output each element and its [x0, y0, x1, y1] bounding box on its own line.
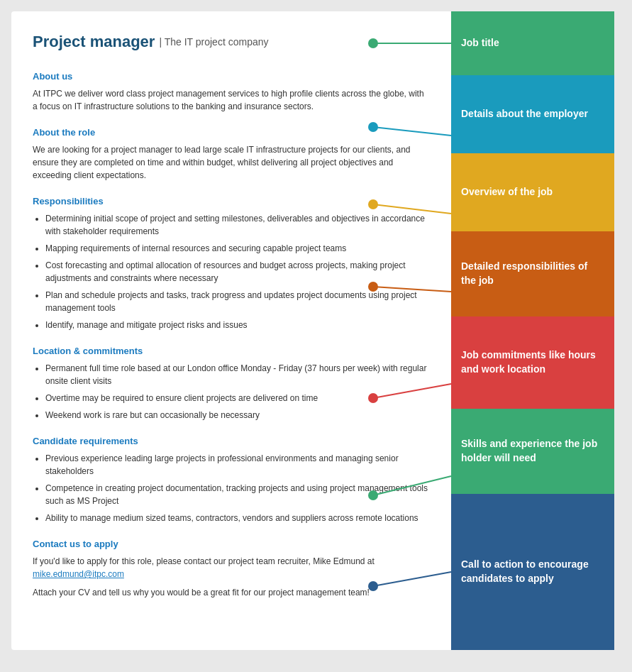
about-role-section: About the role We are looking for a proj… [33, 127, 430, 182]
commitments-annotation-label: Job commitments like hours and work loca… [461, 348, 604, 376]
email-link[interactable]: mike.edmund@itpc.com [33, 569, 124, 579]
candidate-heading: Candidate requirements [33, 436, 430, 446]
list-item: Ability to manage medium sized teams, co… [45, 512, 430, 524]
employer-annotation-label: Details about the employer [461, 107, 588, 121]
list-item: Overtime may be required to ensure clien… [45, 392, 430, 404]
location-section: Location & commitments Permanent full ti… [33, 346, 430, 422]
responsibilities-annotation: Detailed responsibilities of the job [451, 231, 614, 316]
list-item: Previous experience leading large projec… [45, 452, 430, 478]
list-item: Weekend work is rare but can occasionall… [45, 409, 430, 422]
commitments-annotation: Job commitments like hours and work loca… [451, 316, 614, 409]
location-heading: Location & commitments [33, 346, 430, 356]
responsibilities-list: Determining initial scope of project and… [33, 212, 430, 331]
contact-text-after: Attach your CV and tell us why you would… [33, 586, 430, 599]
page-container: Project manager | The IT project company… [11, 11, 621, 650]
skills-annotation-label: Skills and experience the job holder wil… [461, 437, 604, 465]
about-us-section: About us At ITPC we deliver word class p… [33, 71, 430, 113]
about-role-text: We are looking for a project manager to … [33, 143, 430, 182]
annotation-panel: Job title Details about the employer Ove… [451, 11, 614, 650]
job-company: | The IT project company [159, 36, 268, 48]
location-list: Permanent full time role based at our Lo… [33, 362, 430, 422]
job-title-row: Project manager | The IT project company [33, 33, 430, 51]
overview-annotation: Overview of the job [451, 153, 614, 231]
contact-heading: Contact us to apply [33, 539, 430, 549]
job-title-annotation-label: Job title [461, 36, 499, 50]
about-us-heading: About us [33, 71, 430, 82]
job-title-annotation: Job title [451, 11, 614, 75]
list-item: Determining initial scope of project and… [45, 212, 430, 238]
candidate-list: Previous experience leading large projec… [33, 452, 430, 524]
list-item: Cost forecasting and optimal allocation … [45, 259, 430, 285]
cta-annotation-label: Call to action to encourage candidates t… [461, 558, 604, 585]
job-title: Project manager [33, 33, 155, 51]
list-item: Mapping requirements of internal resourc… [45, 242, 430, 255]
list-item: Identify, manage and mitigate project ri… [45, 319, 430, 331]
list-item: Plan and schedule projects and tasks, tr… [45, 289, 430, 314]
about-us-text: At ITPC we deliver word class project ma… [33, 87, 430, 113]
list-item: Permanent full time role based at our Lo… [45, 362, 430, 387]
skills-annotation: Skills and experience the job holder wil… [451, 409, 614, 494]
cta-annotation: Call to action to encourage candidates t… [451, 494, 614, 650]
job-description-panel: Project manager | The IT project company… [11, 11, 451, 650]
about-role-heading: About the role [33, 127, 430, 138]
responsibilities-section: Responsibilities Determining initial sco… [33, 196, 430, 331]
contact-section: Contact us to apply If you'd like to app… [33, 539, 430, 599]
candidate-section: Candidate requirements Previous experien… [33, 436, 430, 524]
overview-annotation-label: Overview of the job [461, 185, 553, 199]
responsibilities-heading: Responsibilities [33, 196, 430, 206]
contact-text-before: If you'd like to apply for this role, pl… [33, 555, 430, 580]
employer-annotation: Details about the employer [451, 75, 614, 153]
list-item: Competence in creating project documenta… [45, 482, 430, 507]
responsibilities-annotation-label: Detailed responsibilities of the job [461, 260, 604, 287]
